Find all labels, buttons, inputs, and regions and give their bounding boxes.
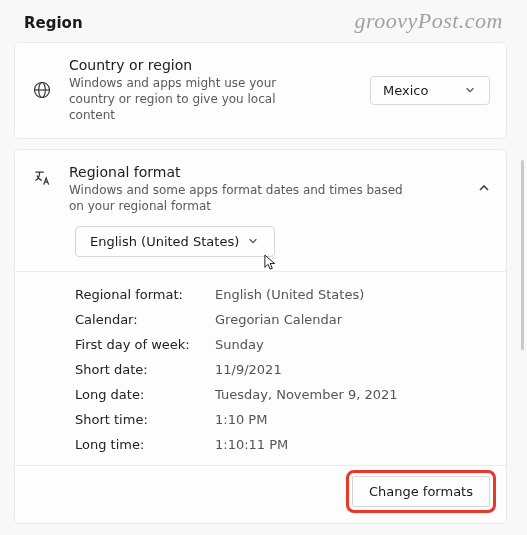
detail-row: Long time:1:10:11 PM — [75, 432, 490, 457]
country-select-value: Mexico — [383, 83, 428, 98]
country-heading: Country or region — [69, 57, 370, 73]
country-select[interactable]: Mexico — [370, 76, 490, 105]
detail-row: First day of week:Sunday — [75, 332, 490, 357]
regional-description: Windows and some apps format dates and t… — [69, 182, 409, 214]
detail-row: Regional format:English (United States) — [75, 282, 490, 307]
page-title: Region — [24, 14, 507, 32]
detail-row: Short time:1:10 PM — [75, 407, 490, 432]
change-formats-button[interactable]: Change formats — [352, 476, 490, 507]
regional-format-select[interactable]: English (United States) — [75, 226, 275, 257]
collapse-button[interactable] — [478, 179, 490, 198]
country-description: Windows and apps might use your country … — [69, 75, 299, 124]
detail-row: Calendar:Gregorian Calendar — [75, 307, 490, 332]
regional-details: Regional format:English (United States) … — [15, 272, 506, 465]
globe-icon — [31, 80, 53, 100]
language-icon — [31, 168, 53, 188]
detail-row: Long date:Tuesday, November 9, 2021 — [75, 382, 490, 407]
chevron-down-icon — [463, 83, 477, 98]
country-card: Country or region Windows and apps might… — [14, 42, 507, 139]
detail-row: Short date:11/9/2021 — [75, 357, 490, 382]
regional-format-select-value: English (United States) — [90, 234, 239, 249]
chevron-down-icon — [246, 234, 260, 249]
scrollbar[interactable] — [521, 160, 524, 350]
regional-format-card: Regional format Windows and some apps fo… — [14, 149, 507, 524]
regional-heading: Regional format — [69, 164, 478, 180]
